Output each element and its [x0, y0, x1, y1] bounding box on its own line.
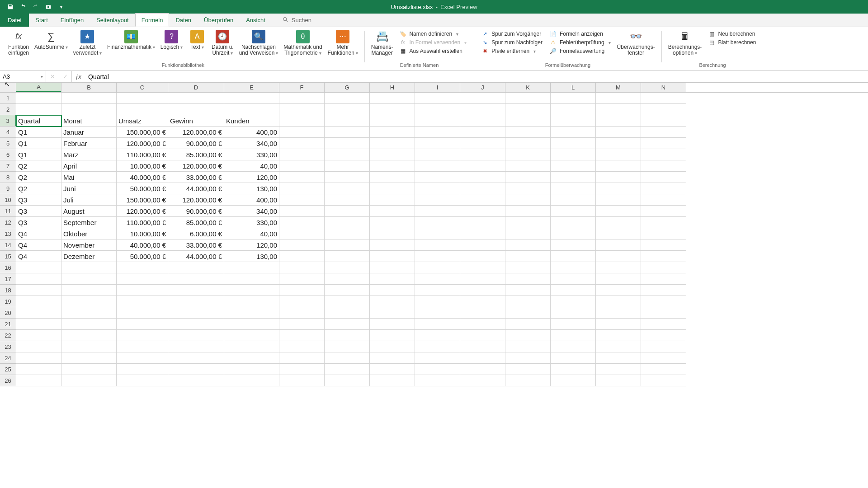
cell-H18[interactable]	[370, 285, 415, 296]
cell-F4[interactable]	[279, 127, 325, 138]
tab-seitenlayout[interactable]: Seitenlayout	[90, 13, 135, 27]
cell-K13[interactable]	[505, 228, 551, 239]
cell-J14[interactable]	[460, 239, 505, 251]
cell-B8[interactable]: Mai	[61, 172, 117, 183]
cell-K2[interactable]	[505, 104, 551, 115]
cell-F16[interactable]	[279, 262, 325, 273]
cell-M13[interactable]	[596, 228, 641, 239]
cell-K1[interactable]	[505, 93, 551, 104]
cell-M15[interactable]	[596, 251, 641, 262]
cell-I20[interactable]	[415, 307, 460, 319]
calculate-now-button[interactable]: ▥ Neu berechnen	[706, 30, 758, 38]
cell-K25[interactable]	[505, 364, 551, 375]
cell-J5[interactable]	[460, 138, 505, 149]
cell-G2[interactable]	[325, 104, 370, 115]
cell-G22[interactable]	[325, 330, 370, 341]
cell-D18[interactable]	[168, 285, 224, 296]
cell-K10[interactable]	[505, 194, 551, 206]
cell-G16[interactable]	[325, 262, 370, 273]
watch-window-button[interactable]: 👓 Überwachungs- fenster	[614, 29, 658, 57]
cell-D15[interactable]: 44.000,00 €	[168, 251, 224, 262]
cell-J18[interactable]	[460, 285, 505, 296]
cell-N11[interactable]	[641, 206, 686, 217]
cell-A20[interactable]	[16, 307, 61, 319]
cell-M17[interactable]	[596, 273, 641, 285]
cell-J7[interactable]	[460, 160, 505, 172]
cell-N3[interactable]	[641, 115, 686, 127]
cell-N22[interactable]	[641, 330, 686, 341]
cell-I3[interactable]	[415, 115, 460, 127]
row-header-11[interactable]: 11	[0, 206, 16, 217]
cell-K19[interactable]	[505, 296, 551, 307]
cell-H16[interactable]	[370, 262, 415, 273]
cell-H1[interactable]	[370, 93, 415, 104]
cell-A2[interactable]	[16, 104, 61, 115]
cell-B21[interactable]	[61, 319, 117, 330]
cell-H4[interactable]	[370, 127, 415, 138]
cell-N19[interactable]	[641, 296, 686, 307]
undo-icon[interactable]	[19, 3, 27, 11]
cell-B4[interactable]: Januar	[61, 127, 117, 138]
cell-G10[interactable]	[325, 194, 370, 206]
cell-B6[interactable]: März	[61, 149, 117, 160]
cell-N10[interactable]	[641, 194, 686, 206]
redo-icon[interactable]	[32, 3, 40, 11]
cell-J10[interactable]	[460, 194, 505, 206]
cell-C4[interactable]: 150.000,00 €	[117, 127, 168, 138]
insert-function-button[interactable]: fx Funktion einfügen	[5, 29, 32, 57]
cell-N12[interactable]	[641, 217, 686, 228]
row-header-26[interactable]: 26	[0, 375, 16, 386]
cell-J13[interactable]	[460, 228, 505, 239]
cell-G6[interactable]	[325, 149, 370, 160]
cell-E16[interactable]	[224, 262, 279, 273]
show-formulas-button[interactable]: 📄 Formeln anzeigen	[548, 30, 613, 38]
cell-B10[interactable]: Juli	[61, 194, 117, 206]
cell-F8[interactable]	[279, 172, 325, 183]
cell-N5[interactable]	[641, 138, 686, 149]
camera-icon[interactable]	[44, 3, 52, 11]
cell-C5[interactable]: 120.000,00 €	[117, 138, 168, 149]
cell-M10[interactable]	[596, 194, 641, 206]
cell-G11[interactable]	[325, 206, 370, 217]
cell-I21[interactable]	[415, 319, 460, 330]
cell-E8[interactable]: 120,00	[224, 172, 279, 183]
cell-J17[interactable]	[460, 273, 505, 285]
cell-F6[interactable]	[279, 149, 325, 160]
more-functions-button[interactable]: ⋯ Mehr Funktionen	[325, 29, 361, 57]
cell-A19[interactable]	[16, 296, 61, 307]
cell-G21[interactable]	[325, 319, 370, 330]
cell-L13[interactable]	[551, 228, 596, 239]
cell-E2[interactable]	[224, 104, 279, 115]
cell-N9[interactable]	[641, 183, 686, 194]
cell-D8[interactable]: 33.000,00 €	[168, 172, 224, 183]
cell-B13[interactable]: Oktober	[61, 228, 117, 239]
row-header-20[interactable]: 20	[0, 307, 16, 319]
cell-C16[interactable]	[117, 262, 168, 273]
cell-D16[interactable]	[168, 262, 224, 273]
row-header-25[interactable]: 25	[0, 364, 16, 375]
col-header-D[interactable]: D	[168, 83, 224, 92]
row-header-8[interactable]: 8	[0, 172, 16, 183]
cell-M22[interactable]	[596, 330, 641, 341]
cell-L2[interactable]	[551, 104, 596, 115]
cell-M21[interactable]	[596, 319, 641, 330]
cell-K3[interactable]	[505, 115, 551, 127]
autosum-button[interactable]: ∑ AutoSumme	[32, 29, 71, 51]
cell-I24[interactable]	[415, 352, 460, 364]
cell-N26[interactable]	[641, 375, 686, 386]
cell-H22[interactable]	[370, 330, 415, 341]
cell-C19[interactable]	[117, 296, 168, 307]
cell-J3[interactable]	[460, 115, 505, 127]
cell-E26[interactable]	[224, 375, 279, 386]
cell-D20[interactable]	[168, 307, 224, 319]
cell-M25[interactable]	[596, 364, 641, 375]
cell-L25[interactable]	[551, 364, 596, 375]
cell-B5[interactable]: Februar	[61, 138, 117, 149]
cell-G17[interactable]	[325, 273, 370, 285]
cell-J4[interactable]	[460, 127, 505, 138]
cell-G8[interactable]	[325, 172, 370, 183]
cell-C2[interactable]	[117, 104, 168, 115]
col-header-J[interactable]: J	[460, 83, 505, 92]
cell-C26[interactable]	[117, 375, 168, 386]
cell-H14[interactable]	[370, 239, 415, 251]
